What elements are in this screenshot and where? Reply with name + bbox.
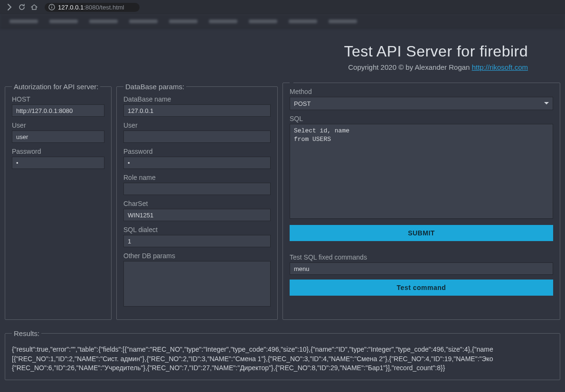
results-body: {"result":true,"error":"","table":{"fiel… xyxy=(12,342,553,373)
site-info-icon[interactable] xyxy=(48,4,55,10)
browser-forward-icon[interactable] xyxy=(6,3,13,11)
auth-password-input[interactable] xyxy=(12,157,104,169)
author-link[interactable]: http://rikosoft.com xyxy=(472,63,528,71)
browser-toolbar: 127.0.0.1:8080/test.html xyxy=(0,0,565,14)
bookmarks-bar xyxy=(0,14,565,28)
db-charset-input[interactable] xyxy=(123,209,271,221)
copyright: Copyright 2020 © by Alexander Rogan http… xyxy=(37,63,528,71)
method-label: Method xyxy=(290,88,553,95)
results-fieldset: Results: {"result":true,"error":"","tabl… xyxy=(5,329,560,380)
svg-rect-2 xyxy=(51,6,52,6)
auth-fieldset: Autorization for API server: HOST User P… xyxy=(5,83,112,320)
db-role-input[interactable] xyxy=(123,183,271,195)
svg-rect-1 xyxy=(51,7,52,9)
db-password-label: Password xyxy=(123,148,271,155)
db-other-textarea[interactable] xyxy=(123,261,271,307)
db-charset-label: CharSet xyxy=(123,200,271,207)
db-password-input[interactable] xyxy=(123,157,271,169)
sql-textarea[interactable] xyxy=(290,124,553,219)
db-dialect-label: SQL dialect xyxy=(123,226,271,233)
browser-address-text: 127.0.0.1:8080/test.html xyxy=(58,4,124,11)
request-fieldset: Method POST SQL SUBMIT Test SQL fixed co… xyxy=(282,83,560,320)
host-input[interactable] xyxy=(12,104,104,117)
fixed-commands-input[interactable] xyxy=(290,262,553,275)
db-legend: DataBase params: xyxy=(123,83,186,91)
db-user-input[interactable] xyxy=(123,131,271,143)
sql-label: SQL xyxy=(290,115,553,122)
test-command-button[interactable]: Test command xyxy=(290,280,553,296)
db-fieldset: DataBase params: DataBase name User Pass… xyxy=(116,83,278,320)
db-dialect-input[interactable] xyxy=(123,235,271,247)
db-user-label: User xyxy=(123,121,271,129)
auth-user-input[interactable] xyxy=(12,131,104,143)
browser-address-bar[interactable]: 127.0.0.1:8080/test.html xyxy=(45,3,140,12)
results-legend: Results: xyxy=(12,329,41,337)
browser-reload-icon[interactable] xyxy=(18,3,26,11)
submit-button[interactable]: SUBMIT xyxy=(290,225,553,241)
auth-legend: Autorization for API server: xyxy=(12,83,100,91)
db-role-label: Role name xyxy=(123,174,271,181)
db-name-input[interactable] xyxy=(123,104,271,117)
db-name-label: DataBase name xyxy=(123,95,271,103)
fixed-commands-label: Test SQL fixed commands xyxy=(290,253,553,261)
auth-user-label: User xyxy=(12,121,104,129)
page-title: Test API Server for firebird xyxy=(37,43,528,60)
db-other-label: Other DB params xyxy=(123,252,271,260)
auth-password-label: Password xyxy=(12,148,104,155)
method-select[interactable]: POST xyxy=(290,97,553,110)
browser-home-icon[interactable] xyxy=(30,3,38,11)
host-label: HOST xyxy=(12,95,104,103)
hero: Test API Server for firebird Copyright 2… xyxy=(5,28,560,76)
